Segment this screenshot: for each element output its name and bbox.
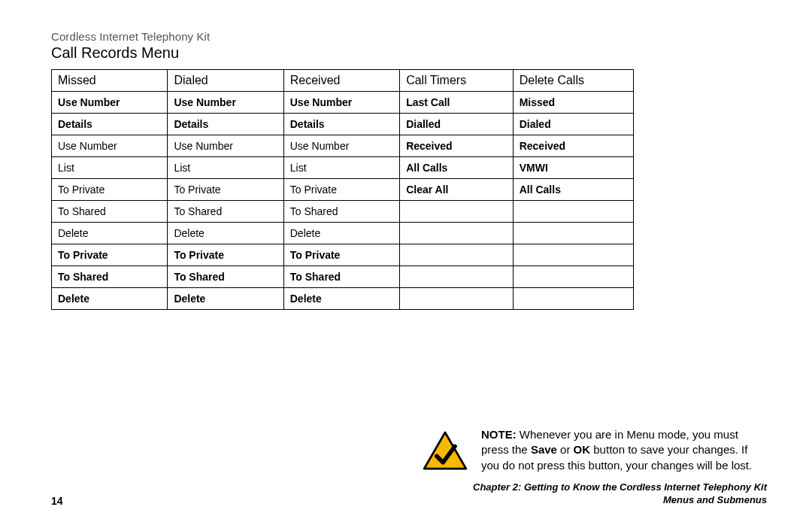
table-cell: To Private: [283, 244, 399, 266]
table-cell: [400, 244, 514, 266]
note-ok: OK: [574, 443, 591, 456]
table-cell: VMWI: [513, 157, 633, 179]
table-cell: Clear All: [400, 179, 514, 201]
table-cell: List: [168, 157, 283, 179]
table-cell: [513, 223, 633, 244]
table-cell: [400, 288, 514, 310]
table-row: Use NumberUse NumberUse NumberReceivedRe…: [52, 135, 634, 157]
chapter-line: Chapter 2: Getting to Know the Cordless …: [473, 481, 767, 494]
product-line: Cordless Internet Telephony Kit: [51, 30, 761, 43]
note-save: Save: [531, 443, 557, 456]
table-cell: Delete: [168, 223, 283, 244]
table-cell: To Private: [52, 179, 168, 201]
table-cell: To Private: [52, 244, 168, 266]
table-row: DetailsDetailsDetailsDialledDialed: [52, 114, 634, 135]
table-cell: Use Number: [283, 135, 399, 157]
chapter-subline: Menus and Submenus: [473, 493, 767, 507]
table-header-row: MissedDialedReceivedCall TimersDelete Ca…: [52, 70, 634, 92]
table-cell: Delete: [52, 288, 168, 310]
table-cell: Details: [52, 114, 168, 135]
table-cell: Use Number: [283, 92, 399, 114]
table-cell: Details: [283, 114, 399, 135]
table-cell: Delete: [283, 223, 399, 244]
table-row: To PrivateTo PrivateTo PrivateClear AllA…: [52, 179, 634, 201]
table-cell: List: [52, 157, 168, 179]
table-column-header: Delete Calls: [513, 70, 633, 92]
table-cell: List: [283, 157, 399, 179]
table-row: DeleteDeleteDelete: [52, 223, 634, 244]
page-number: 14: [51, 495, 63, 507]
table-column-header: Received: [283, 70, 399, 92]
table-column-header: Call Timers: [400, 70, 514, 92]
table-column-header: Missed: [52, 70, 168, 92]
table-cell: To Shared: [168, 266, 283, 288]
table-row: DeleteDeleteDelete: [52, 288, 634, 310]
table-cell: [513, 288, 633, 310]
table-cell: To Shared: [283, 201, 399, 223]
table-row: ListListListAll CallsVMWI: [52, 157, 634, 179]
table-cell: Delete: [283, 288, 399, 310]
table-cell: To Shared: [283, 266, 399, 288]
table-cell: [400, 201, 514, 223]
table-cell: Dialled: [400, 114, 514, 135]
warning-checkmark-icon: [423, 431, 468, 470]
table-row: To SharedTo SharedTo Shared: [52, 201, 634, 223]
table-row: Use NumberUse NumberUse NumberLast CallM…: [52, 92, 634, 114]
page-title: Call Records Menu: [51, 44, 761, 62]
table-cell: [513, 201, 633, 223]
call-records-table: MissedDialedReceivedCall TimersDelete Ca…: [51, 69, 634, 310]
table-cell: Use Number: [52, 92, 168, 114]
note-text: NOTE: Whenever you are in Menu mode, you…: [481, 427, 767, 473]
table-cell: [513, 266, 633, 288]
table-row: To PrivateTo PrivateTo Private: [52, 244, 634, 266]
table-cell: All Calls: [400, 157, 514, 179]
note-or: or: [557, 443, 574, 456]
table-row: To SharedTo SharedTo Shared: [52, 266, 634, 288]
table-cell: To Shared: [52, 266, 168, 288]
table-cell: All Calls: [513, 179, 633, 201]
table-cell: To Shared: [168, 201, 283, 223]
table-cell: [513, 244, 633, 266]
svg-marker-0: [424, 432, 466, 468]
table-cell: Use Number: [168, 92, 283, 114]
table-cell: Last Call: [400, 92, 514, 114]
table-cell: Use Number: [52, 135, 168, 157]
table-column-header: Dialed: [168, 70, 283, 92]
table-cell: Missed: [513, 92, 633, 114]
chapter-block: Chapter 2: Getting to Know the Cordless …: [473, 481, 767, 507]
table-cell: Received: [513, 135, 633, 157]
table-cell: To Private: [168, 179, 283, 201]
table-cell: To Private: [283, 179, 399, 201]
table-cell: To Shared: [52, 201, 168, 223]
table-cell: Delete: [168, 288, 283, 310]
table-cell: To Private: [168, 244, 283, 266]
table-cell: Dialed: [513, 114, 633, 135]
table-cell: [400, 266, 514, 288]
table-cell: [400, 223, 514, 244]
table-cell: Delete: [52, 223, 168, 244]
table-cell: Details: [168, 114, 283, 135]
note-label: NOTE:: [481, 428, 517, 441]
note-callout: NOTE: Whenever you are in Menu mode, you…: [51, 427, 767, 473]
table-cell: Use Number: [168, 135, 283, 157]
table-cell: Received: [400, 135, 514, 157]
